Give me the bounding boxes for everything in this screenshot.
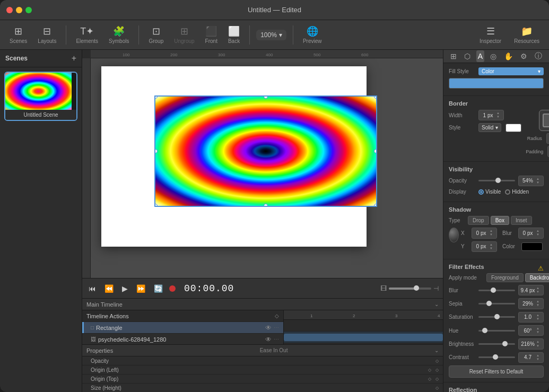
close-button[interactable] xyxy=(6,7,13,13)
shadow-blur-stepper[interactable]: ▲ ▼ xyxy=(536,229,542,237)
contrast-thumb[interactable] xyxy=(493,354,498,360)
insp-layers-icon[interactable]: ⊞ xyxy=(449,50,458,62)
shadow-x-stepper[interactable]: ▲ ▼ xyxy=(490,229,495,237)
scene-thumbnail[interactable]: Untitled Scene xyxy=(4,72,77,121)
border-style-dropdown[interactable]: Solid ▾ xyxy=(478,123,501,132)
loop-button[interactable]: 🔄 xyxy=(152,283,165,294)
track-more-icon[interactable]: ⋯ xyxy=(274,325,279,330)
timeline-dropdown-icon[interactable]: ⌄ xyxy=(434,301,439,307)
shadow-box-btn[interactable]: Box xyxy=(491,216,509,225)
sepia-slider[interactable] xyxy=(478,303,515,304)
track-visibility-icon[interactable]: 👁 xyxy=(265,324,272,332)
shadow-y-stepper[interactable]: ▲ ▼ xyxy=(490,243,495,250)
add-scene-button[interactable]: + xyxy=(72,54,76,63)
insp-style-icon[interactable]: ◎ xyxy=(489,50,498,62)
track-image-visibility-icon[interactable]: 👁 xyxy=(265,336,272,343)
brightness-thumb[interactable] xyxy=(502,341,508,346)
insp-text-icon[interactable]: A xyxy=(476,50,484,62)
shadow-color-swatch[interactable] xyxy=(521,242,543,251)
handle-bottom-mid[interactable] xyxy=(264,204,268,207)
preview-button[interactable]: 🌐 Preview xyxy=(300,23,325,46)
opacity-stepper[interactable]: ▲ ▼ xyxy=(536,177,542,185)
border-width-stepper[interactable]: ▲ ▼ xyxy=(496,111,502,119)
shadow-y-field[interactable]: 0 px ▲ ▼ xyxy=(472,241,497,252)
fill-style-dropdown[interactable]: Color ▾ xyxy=(478,67,544,75)
timeline-scrubber[interactable] xyxy=(389,288,431,290)
ungroup-button[interactable]: ⊞ Ungroup xyxy=(171,23,197,46)
prop-origin-left-diamond[interactable]: ◇ xyxy=(428,368,431,372)
canvas-viewport[interactable] xyxy=(91,58,443,278)
border-width-up[interactable]: ▲ xyxy=(496,111,502,115)
opacity-slider[interactable] xyxy=(478,180,515,181)
track-image[interactable]: 🖼 psychedelic-628494_1280 👁 ⋯ xyxy=(82,334,283,344)
saturation-thumb[interactable] xyxy=(494,314,500,319)
track-rectangle[interactable]: □ Rectangle 👁 ⋯ xyxy=(82,322,283,334)
saturation-slider[interactable] xyxy=(478,316,515,318)
blur-stepper[interactable]: ▲ ▼ xyxy=(536,286,542,294)
hue-stepper[interactable]: ▲ ▼ xyxy=(536,327,542,334)
backdrop-btn[interactable]: Backdrop xyxy=(525,273,549,282)
contrast-stepper[interactable]: ▲ ▼ xyxy=(536,354,542,361)
fill-color-swatch[interactable] xyxy=(449,78,544,89)
insp-hand-icon[interactable]: ✋ xyxy=(502,50,515,62)
minimize-button[interactable] xyxy=(16,7,22,13)
border-width-down[interactable]: ▼ xyxy=(496,115,502,119)
brightness-slider[interactable] xyxy=(478,343,515,345)
opacity-up[interactable]: ▲ xyxy=(536,177,542,181)
visible-option[interactable]: Visible xyxy=(478,189,501,195)
opacity-slider-thumb[interactable] xyxy=(495,178,501,183)
record-button[interactable] xyxy=(169,285,176,292)
brightness-stepper[interactable]: ▲ ▼ xyxy=(536,340,542,347)
hidden-radio[interactable] xyxy=(505,189,510,195)
layouts-button[interactable]: ⊟ Layouts xyxy=(34,23,59,46)
handle-mid-right[interactable] xyxy=(374,149,377,153)
shadow-inset-btn[interactable]: Inset xyxy=(511,216,532,225)
step-back-button[interactable]: ⏪ xyxy=(102,283,116,294)
scenes-button[interactable]: ⊞ Scenes xyxy=(6,23,30,46)
foreground-btn[interactable]: Foreground xyxy=(486,273,524,282)
play-button[interactable]: ▶ xyxy=(120,283,130,294)
visible-radio[interactable] xyxy=(478,189,484,195)
selected-element-rectangle[interactable] xyxy=(154,95,377,207)
contrast-slider[interactable] xyxy=(478,356,515,358)
reset-filters-button[interactable]: Reset Filters to Default xyxy=(449,365,544,378)
insp-info-icon[interactable]: ⓘ xyxy=(533,50,544,63)
step-forward-button[interactable]: ⏩ xyxy=(134,283,147,294)
elements-button[interactable]: T✦ Elements xyxy=(73,23,101,46)
border-width-field[interactable]: 1 px ▲ ▼ xyxy=(478,110,504,120)
border-radius-field[interactable]: 0 px ▲ ▼ xyxy=(546,133,549,144)
zoom-control[interactable]: 100% ▾ xyxy=(256,30,286,40)
saturation-stepper[interactable]: ▲ ▼ xyxy=(536,313,542,321)
track-image-more-icon[interactable]: ⋯ xyxy=(274,336,279,342)
resources-button[interactable]: 📁 Resources xyxy=(511,23,543,46)
shadow-x-field[interactable]: 0 px ▲ ▼ xyxy=(472,228,497,238)
inspector-button[interactable]: ☰ Inspector xyxy=(476,23,504,46)
hue-thumb[interactable] xyxy=(482,328,487,333)
sepia-thumb[interactable] xyxy=(486,301,492,306)
shadow-blur-field[interactable]: 0 px ▲ ▼ xyxy=(518,228,544,238)
saturation-field[interactable]: 1.0 ▲ ▼ xyxy=(518,312,544,323)
opacity-field[interactable]: 54% ▲ ▼ xyxy=(518,176,544,186)
prop-origin-left-diamond2[interactable]: ◇ xyxy=(435,368,439,372)
prop-origin-top-diamond2[interactable]: ◇ xyxy=(435,377,439,381)
handle-bottom-left[interactable] xyxy=(154,204,158,207)
hidden-option[interactable]: Hidden xyxy=(505,189,529,195)
opacity-down[interactable]: ▼ xyxy=(536,181,542,185)
handle-top-right[interactable] xyxy=(374,95,377,99)
sepia-field[interactable]: 29% ▲ ▼ xyxy=(518,298,544,309)
insp-shape-icon[interactable]: ⬡ xyxy=(463,50,472,62)
hue-field[interactable]: 60° ▲ ▼ xyxy=(518,325,544,336)
sepia-stepper[interactable]: ▲ ▼ xyxy=(536,300,542,307)
ease-dropdown-icon[interactable]: ⌄ xyxy=(434,347,439,353)
prop-origin-top-diamond[interactable]: ◇ xyxy=(428,377,431,381)
back-button[interactable]: ⬜ Back xyxy=(225,23,243,46)
border-color-swatch[interactable] xyxy=(506,124,521,132)
blur-thumb[interactable] xyxy=(491,288,496,293)
rewind-button[interactable]: ⏮ xyxy=(86,283,98,294)
brightness-field[interactable]: 216% ▲ ▼ xyxy=(518,338,544,349)
shadow-drop-btn[interactable]: Drop xyxy=(468,216,489,225)
symbols-button[interactable]: 🧩 Symbols xyxy=(106,23,132,46)
maximize-button[interactable] xyxy=(25,7,32,13)
blur-slider[interactable] xyxy=(478,290,515,291)
prop-size-height-diamond[interactable]: ◇ xyxy=(435,386,439,390)
